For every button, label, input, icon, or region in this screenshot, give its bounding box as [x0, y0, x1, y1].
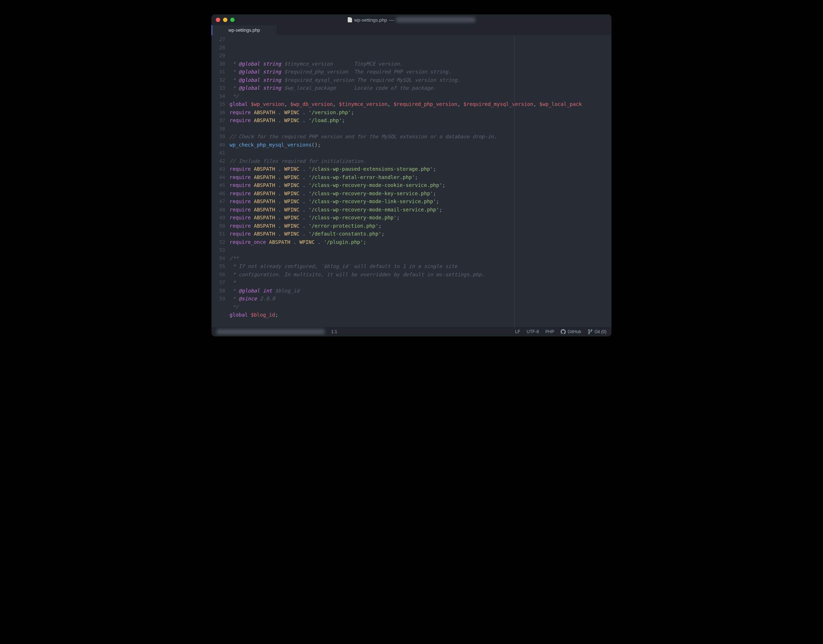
line-number: 52: [212, 238, 225, 246]
editor-area[interactable]: 2728293031323334353637383940414243444546…: [212, 35, 611, 327]
minimize-window-button[interactable]: [223, 18, 227, 22]
line-number: 33: [212, 84, 225, 92]
code-line[interactable]: require ABSPATH . WPINC . '/class-wp-pau…: [230, 165, 611, 173]
code-line[interactable]: * @global string $wp_local_package Local…: [230, 84, 611, 92]
git-branch-icon: [588, 329, 593, 334]
code-line[interactable]: * @global string $required_mysql_version…: [230, 76, 611, 84]
line-number: 30: [212, 60, 225, 68]
code-line[interactable]: require ABSPATH . WPINC . '/class-wp-rec…: [230, 189, 611, 198]
line-number: 31: [212, 68, 225, 76]
code-line[interactable]: [230, 149, 611, 157]
line-number: 54: [212, 254, 225, 262]
code-line[interactable]: require ABSPATH . WPINC . '/class-wp-rec…: [230, 181, 611, 189]
code-line[interactable]: require ABSPATH . WPINC . '/default-cons…: [230, 230, 611, 238]
line-number: 58: [212, 287, 225, 295]
line-number: 32: [212, 76, 225, 84]
code-line[interactable]: * If not already configured, `$blog_id` …: [230, 262, 611, 270]
github-status[interactable]: GitHub: [561, 329, 581, 334]
line-number: 29: [212, 52, 225, 60]
traffic-lights: [216, 18, 235, 22]
title-filename: wp-settings.php: [354, 17, 387, 23]
code-line[interactable]: require_once ABSPATH . WPINC . '/plugin.…: [230, 238, 611, 246]
github-label: GitHub: [568, 329, 581, 334]
code-line[interactable]: require ABSPATH . WPINC . '/class-wp-fat…: [230, 173, 611, 181]
maximize-window-button[interactable]: [230, 18, 235, 22]
line-number: 37: [212, 117, 225, 125]
line-number: 55: [212, 262, 225, 270]
code-line[interactable]: require ABSPATH . WPINC . '/class-wp-rec…: [230, 213, 611, 222]
file-encoding[interactable]: UTF-8: [527, 329, 539, 334]
line-number: 41: [212, 149, 225, 157]
code-line[interactable]: * @global int $blog_id: [230, 287, 611, 295]
code-line[interactable]: /**: [230, 254, 611, 262]
code-line[interactable]: */: [230, 92, 611, 101]
line-number: 42: [212, 157, 225, 165]
code-line[interactable]: global $blog_id;: [230, 311, 611, 319]
line-ending[interactable]: LF: [515, 329, 521, 334]
git-status[interactable]: Git (0): [588, 329, 607, 334]
tab-label: wp-settings.php: [229, 28, 260, 33]
line-number: 56: [212, 270, 225, 279]
code-line[interactable]: [230, 246, 611, 254]
titlebar[interactable]: wp-settings.php —: [212, 14, 611, 25]
line-number: 44: [212, 173, 225, 181]
line-number: 50: [212, 222, 225, 230]
line-number: 48: [212, 205, 225, 214]
file-icon: [348, 17, 352, 22]
code-line[interactable]: [230, 319, 611, 327]
code-line[interactable]: * configuration. In multisite, it will b…: [230, 270, 611, 279]
line-number: 27: [212, 35, 225, 44]
code-content[interactable]: * @global string $tinymce_version TinyMC…: [230, 35, 611, 327]
wrap-guide: [514, 35, 514, 327]
code-line[interactable]: global $wp_version, $wp_db_version, $tin…: [230, 100, 611, 109]
line-number: 53: [212, 246, 225, 254]
code-line[interactable]: require ABSPATH . WPINC . '/class-wp-rec…: [230, 205, 611, 214]
code-line[interactable]: * @since 2.0.0: [230, 294, 611, 303]
code-line[interactable]: require ABSPATH . WPINC . '/error-protec…: [230, 222, 611, 230]
code-line[interactable]: * @global string $required_php_version T…: [230, 68, 611, 76]
code-line[interactable]: require ABSPATH . WPINC . '/version.php'…: [230, 109, 611, 117]
code-line[interactable]: require ABSPATH . WPINC . '/load.php';: [230, 117, 611, 125]
line-number: 28: [212, 44, 225, 52]
line-number-gutter: 2728293031323334353637383940414243444546…: [212, 35, 230, 327]
git-label: Git (0): [594, 329, 607, 334]
code-line[interactable]: // Include files required for initializa…: [230, 157, 611, 165]
line-number: 38: [212, 125, 225, 133]
code-line[interactable]: */: [230, 303, 611, 311]
statusbar: 1:1 LF UTF-8 PHP GitHub Git (0): [212, 327, 611, 336]
title-separator: —: [389, 17, 394, 23]
close-window-button[interactable]: [216, 18, 220, 22]
window-title: wp-settings.php —: [348, 17, 475, 23]
code-line[interactable]: [230, 125, 611, 133]
status-path-redacted: [216, 329, 325, 334]
line-number: 57: [212, 278, 225, 287]
svg-point-0: [588, 330, 590, 331]
line-number: 35: [212, 100, 225, 109]
line-number: 40: [212, 141, 225, 149]
code-line[interactable]: * @global string $tinymce_version TinyMC…: [230, 60, 611, 68]
line-number: 36: [212, 109, 225, 117]
line-number: 46: [212, 189, 225, 198]
tab-wp-settings[interactable]: wp-settings.php: [212, 25, 276, 35]
line-number: 45: [212, 181, 225, 189]
code-line[interactable]: // Check for the required PHP version an…: [230, 133, 611, 141]
title-path-redacted: [396, 17, 475, 22]
code-line[interactable]: require ABSPATH . WPINC . '/class-wp-rec…: [230, 197, 611, 205]
line-number: 34: [212, 92, 225, 101]
svg-point-1: [591, 330, 592, 331]
line-number: 43: [212, 165, 225, 173]
line-number: 59: [212, 294, 225, 303]
line-number: 51: [212, 230, 225, 238]
line-number: 39: [212, 133, 225, 141]
code-line[interactable]: wp_check_php_mysql_versions();: [230, 141, 611, 149]
svg-point-2: [588, 333, 590, 334]
line-number: 49: [212, 213, 225, 222]
cursor-position[interactable]: 1:1: [331, 329, 337, 334]
tabbar: wp-settings.php: [212, 25, 611, 35]
file-language[interactable]: PHP: [545, 329, 554, 334]
editor-window: wp-settings.php — wp-settings.php 272829…: [212, 14, 611, 336]
code-line[interactable]: *: [230, 278, 611, 287]
github-icon: [561, 329, 566, 334]
line-number: 47: [212, 197, 225, 205]
